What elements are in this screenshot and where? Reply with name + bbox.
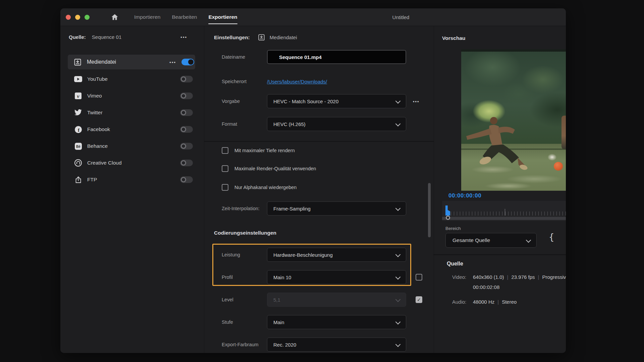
tier-row: Stufe Main xyxy=(204,315,434,329)
video-scan-type: Progressive xyxy=(542,274,566,280)
timeline-ticks xyxy=(451,212,566,216)
preset-dropdown[interactable]: HEVC - Match Source - 2020 xyxy=(267,94,406,108)
media-file-icon xyxy=(74,58,82,66)
timeline-track[interactable] xyxy=(442,217,566,220)
timecode-field[interactable]: 00:00:00:00 xyxy=(448,192,481,199)
home-icon xyxy=(111,13,119,21)
preview-white-blur xyxy=(548,154,556,161)
format-dropdown[interactable]: HEVC (H.265) xyxy=(267,117,406,131)
max-render-quality-checkbox-row[interactable]: Maximale Render-Qualität verwenden xyxy=(222,165,316,172)
preset-more-button[interactable]: ••• xyxy=(413,94,420,108)
destination-label: Mediendatei xyxy=(87,59,116,65)
toggle-knob xyxy=(181,76,186,82)
time-interpolation-dropdown[interactable]: Frame-Sampling xyxy=(267,201,406,216)
facebook-toggle[interactable] xyxy=(180,126,193,133)
close-window-button[interactable] xyxy=(66,15,71,20)
profile-row: Profil Main 10 xyxy=(204,270,434,284)
export-content: Quelle: Sequence 01 ••• Mediendatei ••• xyxy=(60,26,566,353)
tier-dropdown[interactable]: Main xyxy=(267,315,406,329)
profile-dropdown[interactable]: Main 10 xyxy=(267,270,406,284)
filename-input[interactable]: Sequence 01.mp4 xyxy=(267,50,406,64)
destination-youtube[interactable]: YouTube xyxy=(60,71,204,87)
alpha-only-checkbox[interactable] xyxy=(222,184,228,191)
source-info-title: Quelle xyxy=(447,261,463,267)
destination-label: Twitter xyxy=(87,110,103,116)
chevron-down-icon xyxy=(395,275,401,280)
performance-dropdown[interactable]: Hardware-Beschleunigung xyxy=(267,248,406,262)
checkbox-label: Maximale Render-Qualität verwenden xyxy=(234,166,316,171)
section-divider xyxy=(204,141,434,142)
home-button[interactable] xyxy=(111,8,119,26)
destination-ftp[interactable]: FTP xyxy=(60,171,204,188)
settings-header-label: Einstellungen: xyxy=(214,35,250,41)
settings-scrollbar[interactable] xyxy=(428,183,431,237)
video-info-label: Video: xyxy=(452,274,473,280)
destination-media-file[interactable]: Mediendatei ••• xyxy=(68,55,195,69)
format-row: Format HEVC (H.265) xyxy=(204,117,434,131)
preview-partial-figure xyxy=(561,116,566,149)
profile-label: Profil xyxy=(222,270,233,284)
minimize-window-button[interactable] xyxy=(75,15,80,20)
destination-label: Facebook xyxy=(87,126,110,132)
destination-label: Behance xyxy=(87,143,108,149)
chevron-down-icon xyxy=(526,238,531,243)
color-space-dropdown[interactable]: Rec. 2020 xyxy=(267,338,406,352)
profile-auto-checkbox[interactable] xyxy=(416,274,422,281)
destination-twitter[interactable]: Twitter xyxy=(60,104,204,121)
color-space-row: Export-Farbraum Rec. 2020 xyxy=(204,338,434,352)
destination-vimeo[interactable]: v Vimeo xyxy=(60,87,204,104)
media-file-toggle[interactable] xyxy=(181,59,194,65)
destinations-sidebar: Quelle: Sequence 01 ••• Mediendatei ••• xyxy=(60,26,204,353)
range-dropdown[interactable]: Gesamte Quelle xyxy=(445,233,537,248)
tab-bearbeiten[interactable]: Bearbeiten xyxy=(172,8,197,26)
video-info-row: Video: 640x360 (1.0) | 23.976 fps | Prog… xyxy=(452,274,566,280)
svg-text:v: v xyxy=(77,94,79,99)
video-resolution: 640x360 (1.0) xyxy=(473,274,504,280)
tab-exportieren[interactable]: Exportieren xyxy=(208,8,237,26)
custom-range-icon[interactable]: { xyxy=(549,232,554,242)
audio-info-label: Audio: xyxy=(452,299,473,305)
max-render-quality-checkbox[interactable] xyxy=(222,165,228,172)
level-auto-checkbox[interactable] xyxy=(416,296,422,303)
creative-cloud-toggle[interactable] xyxy=(180,160,193,166)
tab-importieren[interactable]: Importieren xyxy=(134,8,160,26)
level-dropdown[interactable]: 5,1 xyxy=(267,293,406,307)
twitter-icon xyxy=(74,109,83,116)
playhead-marker[interactable] xyxy=(445,205,450,216)
max-depth-checkbox[interactable] xyxy=(222,147,228,154)
performance-label: Leistung xyxy=(222,248,240,262)
media-file-more-button[interactable]: ••• xyxy=(169,60,176,65)
location-row: Speicherort /Users/labuser/Downloads/ xyxy=(204,74,434,88)
source-more-button[interactable]: ••• xyxy=(180,35,187,40)
chevron-down-icon xyxy=(395,206,401,211)
preview-running-boy xyxy=(461,49,566,191)
location-link[interactable]: /Users/labuser/Downloads/ xyxy=(267,79,327,84)
level-label: Level xyxy=(222,293,233,307)
destination-creative-cloud[interactable]: Creative Cloud xyxy=(60,155,204,171)
destination-behance[interactable]: Bē Behance xyxy=(60,138,204,155)
alpha-only-checkbox-row[interactable]: Nur Alphakanal wiedergeben xyxy=(222,184,297,191)
toggle-knob xyxy=(181,143,186,149)
vimeo-toggle[interactable] xyxy=(180,93,193,99)
tab-label: Exportieren xyxy=(208,14,237,20)
preset-value: HEVC - Match Source - 2020 xyxy=(273,99,338,104)
range-value: Gesamte Quelle xyxy=(452,237,490,243)
format-value: HEVC (H.265) xyxy=(273,121,306,127)
destination-label: YouTube xyxy=(87,76,108,82)
ftp-toggle[interactable] xyxy=(180,176,193,183)
mode-tabs: Importieren Bearbeiten Exportieren xyxy=(134,8,237,26)
twitter-toggle[interactable] xyxy=(180,109,193,116)
color-space-label: Export-Farbraum xyxy=(222,338,259,352)
zoom-window-button[interactable] xyxy=(85,15,90,20)
youtube-toggle[interactable] xyxy=(180,76,193,82)
video-duration-row: 00:00:02:08 xyxy=(473,284,499,290)
destination-facebook[interactable]: f Facebook xyxy=(60,121,204,138)
time-interpolation-value: Frame-Sampling xyxy=(273,206,311,212)
toggle-knob xyxy=(181,127,186,132)
toggle-knob xyxy=(188,59,194,65)
separator: | xyxy=(497,299,499,305)
timeline-scrubber[interactable] xyxy=(442,201,566,221)
behance-toggle[interactable] xyxy=(180,143,193,149)
max-depth-checkbox-row[interactable]: Mit maximaler Tiefe rendern xyxy=(222,147,295,154)
color-space-value: Rec. 2020 xyxy=(273,342,296,348)
